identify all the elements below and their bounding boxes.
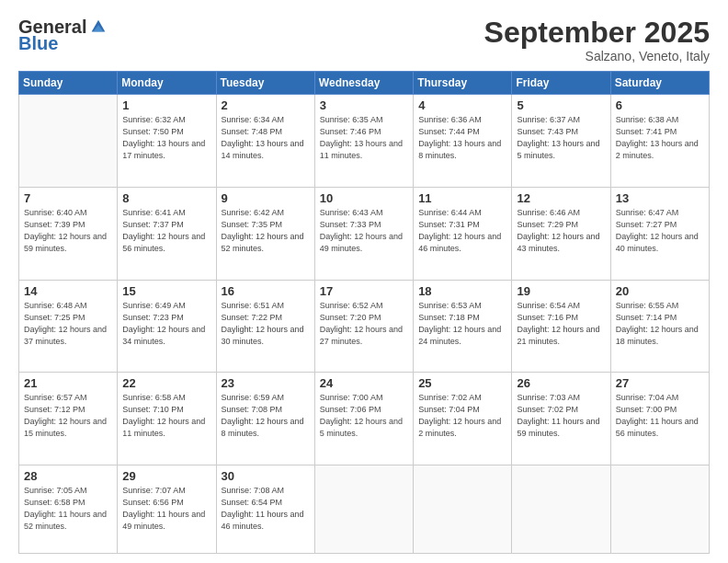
day-number: 24	[320, 376, 408, 390]
day-info: Sunrise: 6:59 AMSunset: 7:08 PMDaylight:…	[222, 392, 310, 440]
col-saturday: Saturday	[610, 72, 709, 95]
calendar-body: 1Sunrise: 6:32 AMSunset: 7:50 PMDaylight…	[19, 95, 710, 554]
table-row: 22Sunrise: 6:58 AMSunset: 7:10 PMDayligh…	[118, 373, 216, 465]
table-row: 7Sunrise: 6:40 AMSunset: 7:39 PMDaylight…	[19, 187, 118, 280]
col-friday: Friday	[512, 72, 610, 95]
title-block: September 2025 Salzano, Veneto, Italy	[484, 17, 710, 63]
table-row: 20Sunrise: 6:55 AMSunset: 7:14 PMDayligh…	[610, 280, 709, 373]
day-info: Sunrise: 6:37 AMSunset: 7:43 PMDaylight:…	[517, 114, 605, 162]
day-info: Sunrise: 6:53 AMSunset: 7:18 PMDaylight:…	[418, 300, 506, 348]
calendar-week-row: 21Sunrise: 6:57 AMSunset: 7:12 PMDayligh…	[19, 373, 710, 465]
day-number: 2	[222, 98, 310, 112]
table-row: 11Sunrise: 6:44 AMSunset: 7:31 PMDayligh…	[414, 187, 512, 280]
day-number: 25	[418, 376, 506, 390]
day-info: Sunrise: 6:51 AMSunset: 7:22 PMDaylight:…	[222, 300, 310, 348]
col-thursday: Thursday	[414, 72, 512, 95]
table-row: 26Sunrise: 7:03 AMSunset: 7:02 PMDayligh…	[512, 373, 610, 465]
day-info: Sunrise: 7:04 AMSunset: 7:00 PMDaylight:…	[616, 392, 704, 440]
day-info: Sunrise: 7:03 AMSunset: 7:02 PMDaylight:…	[517, 392, 605, 440]
logo-icon	[88, 17, 108, 37]
day-info: Sunrise: 6:41 AMSunset: 7:37 PMDaylight:…	[122, 207, 210, 255]
day-number: 28	[24, 469, 112, 483]
table-row: 28Sunrise: 7:05 AMSunset: 6:58 PMDayligh…	[19, 465, 118, 553]
day-number: 12	[517, 191, 605, 205]
day-number: 29	[122, 469, 210, 483]
table-row: 1Sunrise: 6:32 AMSunset: 7:50 PMDaylight…	[118, 95, 216, 188]
day-info: Sunrise: 7:00 AMSunset: 7:06 PMDaylight:…	[320, 392, 408, 440]
day-number: 19	[517, 284, 605, 298]
calendar-week-row: 1Sunrise: 6:32 AMSunset: 7:50 PMDaylight…	[19, 95, 710, 188]
day-number: 11	[418, 191, 506, 205]
table-row: 24Sunrise: 7:00 AMSunset: 7:06 PMDayligh…	[314, 373, 413, 465]
day-info: Sunrise: 6:35 AMSunset: 7:46 PMDaylight:…	[320, 114, 408, 162]
table-row: 6Sunrise: 6:38 AMSunset: 7:41 PMDaylight…	[610, 95, 709, 188]
table-row: 23Sunrise: 6:59 AMSunset: 7:08 PMDayligh…	[216, 373, 314, 465]
day-info: Sunrise: 6:43 AMSunset: 7:33 PMDaylight:…	[320, 207, 408, 255]
table-row: 25Sunrise: 7:02 AMSunset: 7:04 PMDayligh…	[414, 373, 512, 465]
day-number: 13	[616, 191, 704, 205]
table-row: 2Sunrise: 6:34 AMSunset: 7:48 PMDaylight…	[216, 95, 314, 188]
calendar-week-row: 14Sunrise: 6:48 AMSunset: 7:25 PMDayligh…	[19, 280, 710, 373]
day-number: 9	[222, 191, 310, 205]
calendar-week-row: 7Sunrise: 6:40 AMSunset: 7:39 PMDaylight…	[19, 187, 710, 280]
day-number: 7	[24, 191, 112, 205]
table-row: 13Sunrise: 6:47 AMSunset: 7:27 PMDayligh…	[610, 187, 709, 280]
day-info: Sunrise: 6:40 AMSunset: 7:39 PMDaylight:…	[24, 207, 112, 255]
day-info: Sunrise: 6:36 AMSunset: 7:44 PMDaylight:…	[418, 114, 506, 162]
day-info: Sunrise: 7:08 AMSunset: 6:54 PMDaylight:…	[222, 485, 310, 533]
day-number: 18	[418, 284, 506, 298]
table-row	[19, 95, 118, 188]
day-info: Sunrise: 6:38 AMSunset: 7:41 PMDaylight:…	[616, 114, 704, 162]
day-info: Sunrise: 6:52 AMSunset: 7:20 PMDaylight:…	[320, 300, 408, 348]
day-info: Sunrise: 6:44 AMSunset: 7:31 PMDaylight:…	[418, 207, 506, 255]
table-row	[314, 465, 413, 553]
day-number: 26	[517, 376, 605, 390]
table-row: 15Sunrise: 6:49 AMSunset: 7:23 PMDayligh…	[118, 280, 216, 373]
table-row: 8Sunrise: 6:41 AMSunset: 7:37 PMDaylight…	[118, 187, 216, 280]
col-monday: Monday	[118, 72, 216, 95]
day-number: 22	[122, 376, 210, 390]
day-number: 5	[517, 98, 605, 112]
day-info: Sunrise: 7:07 AMSunset: 6:56 PMDaylight:…	[122, 485, 210, 533]
table-row: 29Sunrise: 7:07 AMSunset: 6:56 PMDayligh…	[118, 465, 216, 553]
day-info: Sunrise: 6:48 AMSunset: 7:25 PMDaylight:…	[24, 300, 112, 348]
day-number: 23	[222, 376, 310, 390]
table-row	[610, 465, 709, 553]
day-info: Sunrise: 6:55 AMSunset: 7:14 PMDaylight:…	[616, 300, 704, 348]
calendar-week-row: 28Sunrise: 7:05 AMSunset: 6:58 PMDayligh…	[19, 465, 710, 553]
day-number: 27	[616, 376, 704, 390]
day-number: 21	[24, 376, 112, 390]
logo-blue-text: Blue	[18, 33, 58, 54]
day-number: 20	[616, 284, 704, 298]
day-info: Sunrise: 6:58 AMSunset: 7:10 PMDaylight:…	[122, 392, 210, 440]
table-row: 19Sunrise: 6:54 AMSunset: 7:16 PMDayligh…	[512, 280, 610, 373]
day-info: Sunrise: 6:32 AMSunset: 7:50 PMDaylight:…	[122, 114, 210, 162]
table-row: 12Sunrise: 6:46 AMSunset: 7:29 PMDayligh…	[512, 187, 610, 280]
day-number: 17	[320, 284, 408, 298]
day-info: Sunrise: 7:05 AMSunset: 6:58 PMDaylight:…	[24, 485, 112, 533]
table-row	[512, 465, 610, 553]
page: General Blue September 2025 Salzano, Ven…	[0, 0, 728, 563]
logo: General Blue	[18, 17, 108, 54]
day-number: 30	[222, 469, 310, 483]
day-info: Sunrise: 6:57 AMSunset: 7:12 PMDaylight:…	[24, 392, 112, 440]
table-row: 27Sunrise: 7:04 AMSunset: 7:00 PMDayligh…	[610, 373, 709, 465]
table-row: 9Sunrise: 6:42 AMSunset: 7:35 PMDaylight…	[216, 187, 314, 280]
month-title: September 2025	[484, 17, 710, 49]
calendar-header-row: Sunday Monday Tuesday Wednesday Thursday…	[19, 72, 710, 95]
calendar-table: Sunday Monday Tuesday Wednesday Thursday…	[18, 71, 710, 554]
location-text: Salzano, Veneto, Italy	[484, 49, 710, 63]
day-info: Sunrise: 6:47 AMSunset: 7:27 PMDaylight:…	[616, 207, 704, 255]
table-row: 17Sunrise: 6:52 AMSunset: 7:20 PMDayligh…	[314, 280, 413, 373]
day-info: Sunrise: 6:46 AMSunset: 7:29 PMDaylight:…	[517, 207, 605, 255]
day-number: 14	[24, 284, 112, 298]
day-info: Sunrise: 6:49 AMSunset: 7:23 PMDaylight:…	[122, 300, 210, 348]
day-number: 16	[222, 284, 310, 298]
header: General Blue September 2025 Salzano, Ven…	[18, 17, 710, 63]
day-info: Sunrise: 6:42 AMSunset: 7:35 PMDaylight:…	[222, 207, 310, 255]
table-row: 16Sunrise: 6:51 AMSunset: 7:22 PMDayligh…	[216, 280, 314, 373]
table-row: 3Sunrise: 6:35 AMSunset: 7:46 PMDaylight…	[314, 95, 413, 188]
day-info: Sunrise: 6:54 AMSunset: 7:16 PMDaylight:…	[517, 300, 605, 348]
day-number: 1	[122, 98, 210, 112]
day-number: 3	[320, 98, 408, 112]
